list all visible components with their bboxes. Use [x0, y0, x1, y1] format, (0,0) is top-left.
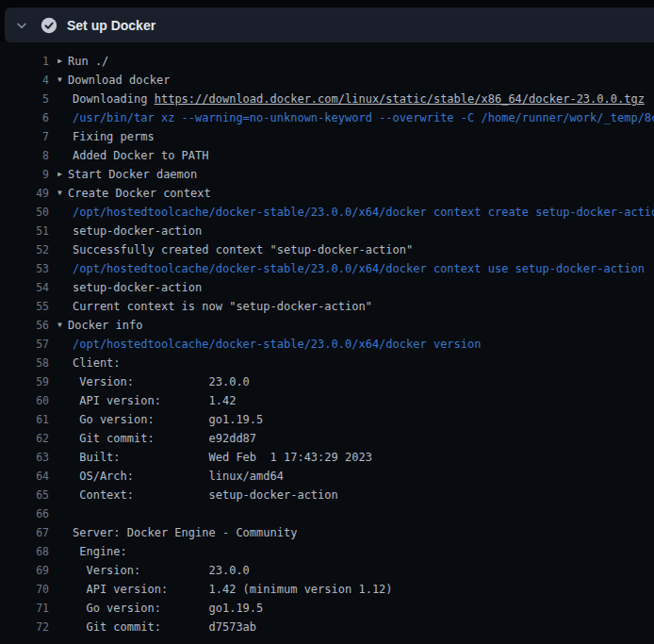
line-number[interactable]: 67	[0, 523, 49, 542]
log-line-text: Built: Wed Feb 1 17:43:29 2023	[73, 448, 372, 467]
line-number[interactable]: 5	[0, 90, 49, 108]
group-header[interactable]: ▶Start Docker daemon	[57, 165, 197, 184]
log-line-text: Fixing perms	[73, 127, 155, 146]
log-line: 68 Engine:	[0, 542, 654, 561]
line-number[interactable]: 1	[0, 52, 49, 71]
log-line-text: Go version: go1.19.5	[73, 410, 263, 429]
triangle-collapsed-icon[interactable]: ▶	[57, 52, 68, 71]
line-number[interactable]: 51	[0, 222, 49, 240]
line-number[interactable]: 9	[0, 165, 49, 184]
log-line: 63 Built: Wed Feb 1 17:43:29 2023	[0, 448, 654, 467]
log-line: 1▶Run ./	[0, 52, 654, 71]
log-line: 71 Go version: go1.19.5	[0, 599, 654, 618]
log-line-text: Git commit: d7573ab	[73, 618, 256, 636]
line-number[interactable]: 61	[0, 410, 49, 429]
log-line-text: Context: setup-docker-action	[73, 486, 338, 504]
log-line: 50/opt/hostedtoolcache/docker-stable/23.…	[0, 203, 654, 222]
log-line-text: Version: 23.0.0	[73, 561, 250, 580]
log-line: 65 Context: setup-docker-action	[0, 486, 654, 504]
triangle-expanded-icon[interactable]: ▼	[57, 184, 68, 203]
line-number[interactable]: 66	[0, 504, 49, 523]
step-header[interactable]: Set up Docker	[5, 8, 654, 42]
line-number[interactable]: 49	[0, 184, 49, 203]
log-line: 49▼Create Docker context	[0, 184, 654, 203]
line-number[interactable]: 57	[0, 335, 49, 354]
log-line: 7Fixing perms	[0, 127, 654, 146]
line-number[interactable]: 58	[0, 354, 49, 372]
log-line-text: Client:	[73, 354, 121, 372]
log-line-text: OS/Arch: linux/amd64	[73, 467, 284, 486]
group-title: Download docker	[68, 74, 170, 87]
log-line-text: Server: Docker Engine - Community	[73, 523, 297, 542]
command-line-text: /opt/hostedtoolcache/docker-stable/23.0.…	[73, 203, 654, 222]
line-number[interactable]: 62	[0, 429, 49, 448]
log-line-text: Added Docker to PATH	[73, 146, 209, 165]
group-title: Create Docker context	[68, 187, 211, 200]
line-number[interactable]: 50	[0, 203, 49, 222]
log-viewer: 1▶Run ./4▼Download docker5Downloading ht…	[0, 42, 654, 644]
group-header[interactable]: ▼Create Docker context	[57, 184, 211, 203]
line-number[interactable]: 56	[0, 316, 49, 335]
log-line-text: Engine:	[73, 542, 127, 561]
log-line-text: setup-docker-action	[73, 222, 202, 240]
log-line: 54setup-docker-action	[0, 278, 654, 297]
check-circle-icon	[41, 17, 57, 34]
triangle-expanded-icon[interactable]: ▼	[57, 71, 68, 90]
log-line: 61 Go version: go1.19.5	[0, 410, 654, 429]
log-line: 53/opt/hostedtoolcache/docker-stable/23.…	[0, 259, 654, 278]
log-line-text: Current context is now "setup-docker-act…	[73, 297, 372, 316]
group-header[interactable]: ▼Docker info	[57, 316, 142, 335]
log-text: Downloading	[73, 92, 155, 106]
line-number[interactable]: 60	[0, 391, 49, 410]
log-line-text: API version: 1.42	[73, 391, 236, 410]
log-line: 62 Git commit: e92dd87	[0, 429, 654, 448]
step-title: Set up Docker	[67, 18, 155, 33]
log-line: 72 Git commit: d7573ab	[0, 618, 654, 636]
group-header[interactable]: ▼Download docker	[57, 71, 170, 90]
line-number[interactable]: 59	[0, 372, 49, 391]
line-number[interactable]: 6	[0, 108, 49, 127]
log-line-text: Downloading https://download.docker.com/…	[73, 90, 645, 108]
log-line-text: Git commit: e92dd87	[73, 429, 256, 448]
log-line: 55Current context is now "setup-docker-a…	[0, 297, 654, 316]
command-line-text: /opt/hostedtoolcache/docker-stable/23.0.…	[73, 259, 645, 278]
log-line-text: Successfully created context "setup-dock…	[73, 240, 413, 259]
log-line: 67Server: Docker Engine - Community	[0, 523, 654, 542]
line-number[interactable]: 8	[0, 146, 49, 165]
line-number[interactable]: 55	[0, 297, 49, 316]
line-number[interactable]: 63	[0, 448, 49, 467]
line-number[interactable]: 70	[0, 580, 49, 599]
log-line: 70 API version: 1.42 (minimum version 1.…	[0, 580, 654, 599]
chevron-down-icon[interactable]	[14, 18, 29, 33]
log-line: 51setup-docker-action	[0, 222, 654, 240]
line-number[interactable]: 68	[0, 542, 49, 561]
line-number[interactable]: 72	[0, 618, 49, 636]
log-line: 52Successfully created context "setup-do…	[0, 240, 654, 259]
group-title: Docker info	[68, 319, 142, 332]
log-line: 59 Version: 23.0.0	[0, 372, 654, 391]
line-number[interactable]: 64	[0, 467, 49, 486]
log-line-text: Go version: go1.19.5	[73, 599, 263, 618]
line-number[interactable]: 69	[0, 561, 49, 580]
log-line: 69 Version: 23.0.0	[0, 561, 654, 580]
group-header[interactable]: ▶Run ./	[57, 52, 108, 71]
group-title: Start Docker daemon	[68, 168, 197, 181]
line-number[interactable]: 71	[0, 599, 49, 618]
line-number[interactable]: 65	[0, 486, 49, 504]
log-line: 5Downloading https://download.docker.com…	[0, 90, 654, 108]
line-number[interactable]: 54	[0, 278, 49, 297]
log-line: 66	[0, 504, 654, 523]
log-line-text: setup-docker-action	[73, 278, 202, 297]
log-line: 57/opt/hostedtoolcache/docker-stable/23.…	[0, 335, 654, 354]
group-title: Run ./	[68, 55, 108, 68]
triangle-expanded-icon[interactable]: ▼	[57, 316, 68, 335]
triangle-collapsed-icon[interactable]: ▶	[57, 165, 68, 184]
log-line-text: Version: 23.0.0	[73, 372, 250, 391]
line-number[interactable]: 7	[0, 127, 49, 146]
log-link[interactable]: https://download.docker.com/linux/static…	[155, 92, 645, 106]
log-line: 64 OS/Arch: linux/amd64	[0, 467, 654, 486]
log-line: 60 API version: 1.42	[0, 391, 654, 410]
line-number[interactable]: 52	[0, 240, 49, 259]
line-number[interactable]: 53	[0, 259, 49, 278]
line-number[interactable]: 4	[0, 71, 49, 90]
